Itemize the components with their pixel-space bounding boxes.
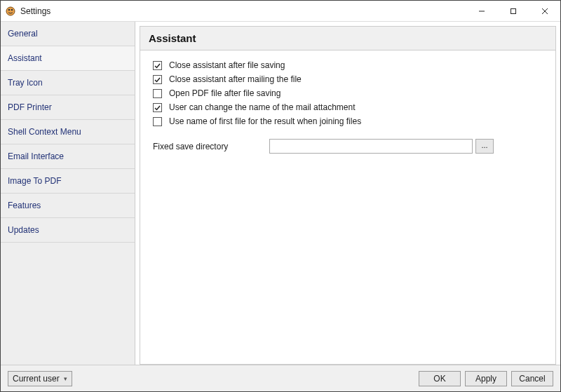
checkbox[interactable] — [153, 117, 162, 126]
ok-button[interactable]: OK — [419, 371, 461, 386]
sidebar-item-image-to-pdf[interactable]: Image To PDF — [1, 169, 135, 194]
window-controls — [466, 1, 560, 21]
checkbox[interactable] — [153, 89, 162, 98]
sidebar-item-pdf-printer[interactable]: PDF Printer — [1, 95, 135, 120]
main: Assistant Close assistant after file sav… — [135, 22, 560, 365]
fixed-save-directory-row: Fixed save directory ... — [153, 139, 543, 154]
sidebar-item-label: Assistant — [8, 53, 42, 63]
sidebar-item-label: General — [8, 29, 38, 39]
option-close-after-saving: Close assistant after file saving — [153, 60, 543, 70]
option-label: Close assistant after file saving — [169, 60, 285, 70]
sidebar-item-label: Tray Icon — [8, 78, 43, 88]
sidebar-item-label: PDF Printer — [8, 102, 52, 112]
sidebar-item-features[interactable]: Features — [1, 194, 135, 218]
option-label: Use name of first file for the result wh… — [169, 116, 361, 126]
option-first-file-name-join: Use name of first file for the result wh… — [153, 116, 543, 126]
sidebar-item-label: Email Interface — [8, 151, 64, 161]
sidebar-item-shell-context-menu[interactable]: Shell Context Menu — [1, 120, 135, 144]
svg-point-1 — [8, 8, 11, 11]
sidebar-item-general[interactable]: General — [1, 22, 135, 46]
sidebar: General Assistant Tray Icon PDF Printer … — [1, 22, 135, 365]
sidebar-item-label: Features — [8, 201, 41, 210]
svg-point-0 — [6, 7, 15, 15]
panel-body: Close assistant after file saving Close … — [140, 50, 555, 163]
sidebar-item-label: Updates — [8, 225, 39, 235]
fixed-save-directory-label: Fixed save directory — [153, 142, 269, 151]
option-open-pdf-after-saving: Open PDF file after file saving — [153, 88, 543, 98]
window-title: Settings — [20, 6, 50, 16]
maximize-button[interactable] — [497, 1, 529, 21]
chevron-down-icon: ▾ — [64, 375, 67, 382]
sidebar-item-email-interface[interactable]: Email Interface — [1, 144, 135, 169]
minimize-button[interactable] — [466, 1, 497, 21]
fixed-save-directory-input[interactable] — [269, 139, 473, 154]
sidebar-item-label: Image To PDF — [8, 176, 61, 186]
checkbox[interactable] — [153, 75, 162, 84]
checkbox[interactable] — [153, 61, 162, 70]
scope-selected-label: Current user — [13, 374, 60, 384]
sidebar-item-assistant[interactable]: Assistant — [1, 46, 135, 71]
panel-header: Assistant — [140, 27, 555, 50]
close-button[interactable] — [529, 1, 560, 21]
sidebar-item-label: Shell Context Menu — [8, 127, 81, 137]
browse-button[interactable]: ... — [475, 139, 494, 154]
option-label: Close assistant after mailing the file — [169, 74, 302, 84]
scope-select[interactable]: Current user ▾ — [8, 371, 72, 386]
panel-title: Assistant — [149, 32, 547, 44]
svg-point-2 — [11, 8, 13, 11]
sidebar-item-updates[interactable]: Updates — [1, 218, 135, 243]
option-label: User can change the name of the mail att… — [169, 102, 355, 112]
body: General Assistant Tray Icon PDF Printer … — [1, 22, 560, 365]
checkbox[interactable] — [153, 103, 162, 112]
sidebar-item-tray-icon[interactable]: Tray Icon — [1, 71, 135, 95]
settings-window: Settings General Assistant Tray Icon PDF — [0, 0, 561, 392]
bottombar: Current user ▾ OK Apply Cancel — [1, 365, 560, 391]
settings-panel: Assistant Close assistant after file sav… — [140, 26, 556, 365]
apply-button[interactable]: Apply — [465, 371, 507, 386]
option-change-attachment-name: User can change the name of the mail att… — [153, 102, 543, 112]
app-icon — [5, 6, 16, 17]
option-label: Open PDF file after file saving — [169, 88, 280, 98]
cancel-button[interactable]: Cancel — [511, 371, 553, 386]
option-close-after-mailing: Close assistant after mailing the file — [153, 74, 543, 84]
titlebar: Settings — [1, 1, 560, 22]
svg-rect-4 — [511, 8, 515, 13]
